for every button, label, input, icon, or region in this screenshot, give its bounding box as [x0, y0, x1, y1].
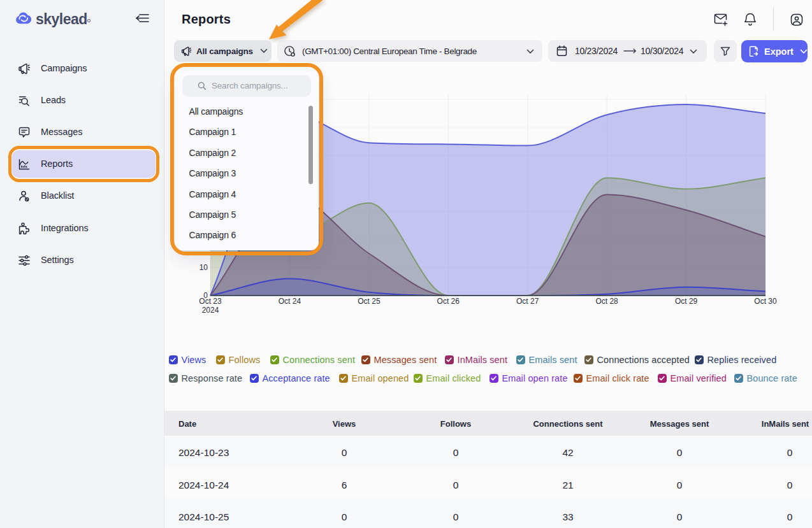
- svg-text:Oct 29: Oct 29: [675, 297, 698, 306]
- svg-text:Oct 30: Oct 30: [754, 297, 777, 306]
- svg-text:Oct 28: Oct 28: [595, 297, 618, 306]
- svg-text:Oct 26: Oct 26: [437, 297, 460, 306]
- svg-text:Oct 24: Oct 24: [279, 297, 301, 306]
- svg-text:10: 10: [199, 263, 208, 272]
- svg-text:Oct 25: Oct 25: [358, 297, 381, 306]
- svg-text:Oct 27: Oct 27: [516, 297, 539, 306]
- svg-text:2024: 2024: [202, 306, 219, 315]
- svg-text:Oct 23: Oct 23: [199, 297, 222, 306]
